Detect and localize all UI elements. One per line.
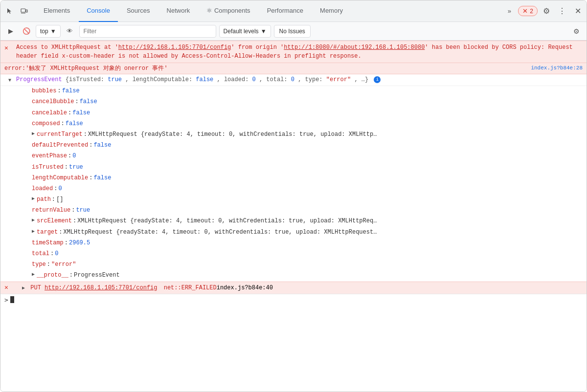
clear-console-icon[interactable]: 🚫: [20, 25, 33, 38]
path-expand[interactable]: ▶: [32, 195, 35, 203]
prop-isTrusted: isTrusted : true: [0, 162, 587, 173]
put-error-icon: ✕: [4, 283, 8, 293]
error-icon-1: ✕: [4, 44, 8, 53]
proto-expand[interactable]: ▶: [32, 271, 35, 279]
cors-url-link-1[interactable]: http://192.168.1.105:7701/config: [118, 44, 231, 51]
no-issues-button[interactable]: No Issues: [274, 25, 311, 38]
prop-returnValue: returnValue : true: [0, 205, 587, 216]
target-expand[interactable]: ▶: [32, 228, 35, 236]
put-error-row: ✕ ▶ PUT http://192.168.1.105:7701/config…: [0, 282, 587, 294]
onerror-source[interactable]: index.js?b84e:28: [524, 64, 583, 72]
prop-lengthComputable: lengthComputable : false: [0, 173, 587, 184]
tabbar-right: » ✕ 2 ⚙ ⋮ ✕: [502, 4, 585, 18]
prop-cancelBubble: cancelBubble : false: [0, 97, 587, 108]
prop-type: type : "error": [0, 260, 587, 270]
tab-console[interactable]: Console: [79, 0, 118, 22]
onerror-text: error:'触发了 XMLHttpRequest 对象的 onerror 事件…: [4, 64, 524, 73]
console-settings-icon[interactable]: ⚙: [570, 25, 583, 38]
prop-srcElement: ▶ srcElement : XMLHttpRequest {readyStat…: [0, 216, 587, 227]
execute-icon[interactable]: ▶: [4, 25, 17, 38]
prop-proto: ▶ __proto__ : ProgressEvent: [0, 270, 587, 281]
tab-performance[interactable]: Performance: [259, 0, 311, 22]
settings-icon[interactable]: ⚙: [540, 4, 553, 18]
prop-cancelable: cancelable : false: [0, 108, 587, 119]
prop-bubbles: bubbles : false: [0, 86, 587, 97]
cors-url-link-2[interactable]: http://1:8080/#/about:192.168.1.105:8080: [284, 44, 425, 51]
more-tabs-button[interactable]: »: [502, 4, 516, 18]
currentTarget-expand[interactable]: ▶: [32, 130, 35, 138]
tabbar-left-icons: [2, 4, 31, 18]
close-devtools-icon[interactable]: ✕: [571, 4, 585, 18]
prop-total: total : 0: [0, 249, 587, 260]
error-badge[interactable]: ✕ 2: [518, 6, 538, 16]
tab-sources[interactable]: Sources: [119, 0, 158, 22]
console-toolbar: ▶ 🚫 top ▼ 👁 Default levels ▼ No Issues ⚙: [0, 22, 587, 41]
prop-target: ▶ target : XMLHttpRequest {readyState: 4…: [0, 227, 587, 238]
put-status: net::ERR_FAILED: [164, 284, 217, 291]
svg-rect-1: [26, 10, 27, 12]
tab-memory[interactable]: Memory: [312, 0, 351, 22]
progress-event-expand[interactable]: ▼: [8, 77, 11, 85]
prop-timeStamp: timeStamp : 2969.5: [0, 238, 587, 249]
put-error-expand[interactable]: ▶: [22, 285, 25, 291]
prop-defaultPrevented: defaultPrevented : false: [0, 140, 587, 151]
input-cursor: [10, 296, 14, 303]
put-method: PUT: [30, 284, 45, 291]
eye-icon[interactable]: 👁: [64, 25, 76, 38]
cursor-icon[interactable]: [2, 4, 16, 18]
prop-composed: composed : false: [0, 119, 587, 130]
srcElement-expand[interactable]: ▶: [32, 217, 35, 224]
prop-loaded: loaded : 0: [0, 184, 587, 195]
put-url[interactable]: http://192.168.1.105:7701/config: [45, 284, 157, 291]
input-prompt: >: [4, 296, 8, 304]
put-source[interactable]: index.js?b84e:40: [217, 283, 273, 292]
more-options-icon[interactable]: ⋮: [555, 4, 569, 18]
console-output: ✕ Access to XMLHttpRequest at 'http://19…: [0, 41, 587, 392]
onerror-log-row: error:'触发了 XMLHttpRequest 对象的 onerror 事件…: [0, 63, 587, 74]
progress-event-row: ▼ ProgressEvent {isTrusted: true , lengt…: [0, 74, 587, 86]
device-icon[interactable]: [17, 4, 31, 18]
cors-error-text: Access to XMLHttpRequest at 'http://192.…: [16, 44, 573, 60]
cors-error-row: ✕ Access to XMLHttpRequest at 'http://19…: [0, 41, 587, 63]
filter-input[interactable]: [79, 25, 216, 38]
console-input-row[interactable]: >: [0, 294, 587, 305]
prop-eventPhase: eventPhase : 0: [0, 151, 587, 162]
tab-elements[interactable]: Elements: [36, 0, 78, 22]
levels-selector[interactable]: Default levels ▼: [219, 25, 271, 38]
prop-path: ▶ path : []: [0, 195, 587, 205]
context-selector[interactable]: top ▼: [36, 25, 61, 38]
prop-currentTarget: ▶ currentTarget : XMLHttpRequest {readyS…: [0, 130, 587, 140]
progress-event-info-icon[interactable]: i: [374, 76, 381, 83]
devtools-tabbar: Elements Console Sources Network ⚛ Compo…: [0, 0, 587, 22]
tab-components[interactable]: ⚛ Components: [199, 0, 258, 22]
tab-network[interactable]: Network: [159, 0, 198, 22]
svg-rect-0: [21, 9, 25, 12]
